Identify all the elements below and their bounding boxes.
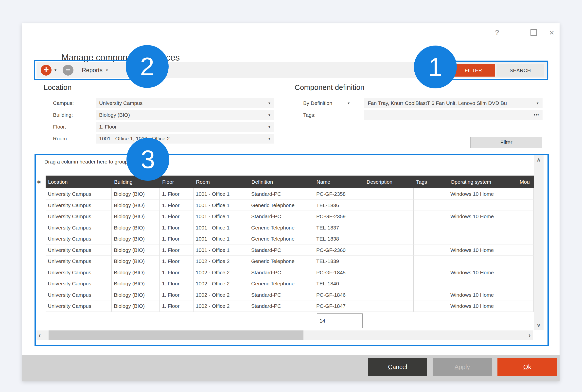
cell-definition[interactable]: Generic Telephone bbox=[249, 200, 314, 211]
scroll-down-icon[interactable]: ∨ bbox=[534, 322, 543, 328]
cell-floor[interactable]: 1. Floor bbox=[160, 289, 193, 301]
cell-mounting[interactable] bbox=[517, 278, 534, 289]
cell-name[interactable]: TEL-1838 bbox=[314, 233, 364, 244]
cell-room[interactable]: 1002 - Office 2 bbox=[193, 289, 249, 301]
table-row[interactable]: University CampusBiology (BIO)1. Floor10… bbox=[46, 188, 534, 200]
cell-definition[interactable]: Generic Telephone bbox=[249, 222, 314, 234]
table-row[interactable]: University CampusBiology (BIO)1. Floor10… bbox=[46, 244, 534, 256]
cell-description[interactable] bbox=[364, 300, 414, 312]
cell-floor[interactable]: 1. Floor bbox=[160, 188, 193, 200]
table-row[interactable]: University CampusBiology (BIO)1. Floor10… bbox=[46, 233, 534, 244]
search-tab-button[interactable]: SEARCH bbox=[496, 64, 544, 76]
table-row[interactable]: University CampusBiology (BIO)1. Floor10… bbox=[46, 222, 534, 234]
column-header-os[interactable]: Operating system bbox=[448, 176, 517, 188]
ok-button[interactable]: Ok bbox=[497, 358, 557, 376]
cell-description[interactable] bbox=[364, 256, 414, 267]
cell-os[interactable] bbox=[448, 222, 517, 234]
cell-room[interactable]: 1002 - Office 2 bbox=[193, 256, 249, 267]
cell-location[interactable]: University Campus bbox=[46, 211, 112, 222]
cell-description[interactable] bbox=[364, 244, 414, 256]
table-row[interactable]: University CampusBiology (BIO)1. Floor10… bbox=[46, 200, 534, 211]
cell-os[interactable]: Windows 10 Home bbox=[448, 289, 517, 301]
cell-name[interactable]: PC-GF-2359 bbox=[314, 211, 364, 222]
cell-mounting[interactable] bbox=[517, 300, 534, 312]
cell-floor[interactable]: 1. Floor bbox=[160, 200, 193, 211]
cell-name[interactable]: PC-GF-1846 bbox=[314, 289, 364, 301]
cell-mounting[interactable] bbox=[517, 256, 534, 267]
cell-tags[interactable] bbox=[414, 256, 448, 267]
cell-description[interactable] bbox=[364, 211, 414, 222]
cell-tags[interactable] bbox=[414, 267, 448, 278]
cell-location[interactable]: University Campus bbox=[46, 256, 112, 267]
scroll-left-icon[interactable]: ‹ bbox=[39, 330, 41, 340]
cell-name[interactable]: PC-GF-1847 bbox=[314, 300, 364, 312]
cell-tags[interactable] bbox=[414, 222, 448, 234]
cell-floor[interactable]: 1. Floor bbox=[160, 278, 193, 289]
cell-floor[interactable]: 1. Floor bbox=[160, 300, 193, 312]
cell-location[interactable]: University Campus bbox=[46, 200, 112, 211]
vertical-scrollbar[interactable]: ∧ ∨ bbox=[534, 155, 543, 330]
cell-building[interactable]: Biology (BIO) bbox=[112, 289, 160, 301]
cell-os[interactable]: Windows 10 Home bbox=[448, 188, 517, 200]
cell-building[interactable]: Biology (BIO) bbox=[112, 278, 160, 289]
table-row[interactable]: University CampusBiology (BIO)1. Floor10… bbox=[46, 289, 534, 301]
cell-location[interactable]: University Campus bbox=[46, 188, 112, 200]
cell-description[interactable] bbox=[364, 188, 414, 200]
cell-os[interactable] bbox=[448, 233, 517, 244]
cell-description[interactable] bbox=[364, 289, 414, 301]
close-icon[interactable]: × bbox=[549, 28, 554, 38]
add-button[interactable]: + bbox=[41, 65, 52, 76]
cell-mounting[interactable] bbox=[517, 222, 534, 234]
cell-name[interactable]: TEL-1836 bbox=[314, 200, 364, 211]
column-header-mounting[interactable]: Mou bbox=[517, 176, 534, 188]
cell-definition[interactable]: Standard-PC bbox=[249, 300, 314, 312]
cell-building[interactable]: Biology (BIO) bbox=[112, 188, 160, 200]
cell-room[interactable]: 1002 - Office 2 bbox=[193, 267, 249, 278]
cell-os[interactable]: Windows 10 Home bbox=[448, 244, 517, 256]
cell-mounting[interactable] bbox=[517, 188, 534, 200]
column-header-description[interactable]: Description bbox=[364, 176, 414, 188]
cell-mounting[interactable] bbox=[517, 267, 534, 278]
cell-definition[interactable]: Generic Telephone bbox=[249, 256, 314, 267]
cell-os[interactable] bbox=[448, 256, 517, 267]
cell-description[interactable] bbox=[364, 200, 414, 211]
cell-definition[interactable]: Standard-PC bbox=[249, 267, 314, 278]
cell-location[interactable]: University Campus bbox=[46, 300, 112, 312]
cell-location[interactable]: University Campus bbox=[46, 233, 112, 244]
cell-definition[interactable]: Standard-PC bbox=[249, 289, 314, 301]
filter-button[interactable]: Filter bbox=[470, 137, 542, 148]
column-header-location[interactable]: Location bbox=[46, 176, 112, 188]
cell-location[interactable]: University Campus bbox=[46, 278, 112, 289]
cell-tags[interactable] bbox=[414, 211, 448, 222]
cell-floor[interactable]: 1. Floor bbox=[160, 222, 193, 234]
cell-mounting[interactable] bbox=[517, 233, 534, 244]
column-header-room[interactable]: Room bbox=[193, 176, 249, 188]
cell-mounting[interactable] bbox=[517, 211, 534, 222]
scroll-up-icon[interactable]: ∧ bbox=[534, 156, 543, 163]
cell-definition[interactable]: Generic Telephone bbox=[249, 233, 314, 244]
cell-os[interactable]: Windows 10 Home bbox=[448, 267, 517, 278]
cell-tags[interactable] bbox=[414, 233, 448, 244]
minimize-icon[interactable]: — bbox=[511, 29, 518, 36]
cell-name[interactable]: TEL-1837 bbox=[314, 222, 364, 234]
cell-description[interactable] bbox=[364, 222, 414, 234]
cell-building[interactable]: Biology (BIO) bbox=[112, 200, 160, 211]
cell-tags[interactable] bbox=[414, 188, 448, 200]
cell-location[interactable]: University Campus bbox=[46, 267, 112, 278]
cell-room[interactable]: 1002 - Office 2 bbox=[193, 278, 249, 289]
table-row[interactable]: University CampusBiology (BIO)1. Floor10… bbox=[46, 256, 534, 267]
cell-floor[interactable]: 1. Floor bbox=[160, 233, 193, 244]
cell-definition[interactable]: Standard-PC bbox=[249, 211, 314, 222]
cell-floor[interactable]: 1. Floor bbox=[160, 244, 193, 256]
cell-tags[interactable] bbox=[414, 244, 448, 256]
cell-room[interactable]: 1001 - Office 1 bbox=[193, 222, 249, 234]
cell-location[interactable]: University Campus bbox=[46, 222, 112, 234]
cell-description[interactable] bbox=[364, 278, 414, 289]
cell-mounting[interactable] bbox=[517, 289, 534, 301]
cell-os[interactable]: Windows 10 Home bbox=[448, 211, 517, 222]
filter-tab-button[interactable]: FILTER bbox=[452, 64, 495, 76]
table-row[interactable]: University CampusBiology (BIO)1. Floor10… bbox=[46, 300, 534, 312]
cell-os[interactable] bbox=[448, 200, 517, 211]
cell-description[interactable] bbox=[364, 267, 414, 278]
scroll-right-icon[interactable]: › bbox=[528, 330, 531, 340]
